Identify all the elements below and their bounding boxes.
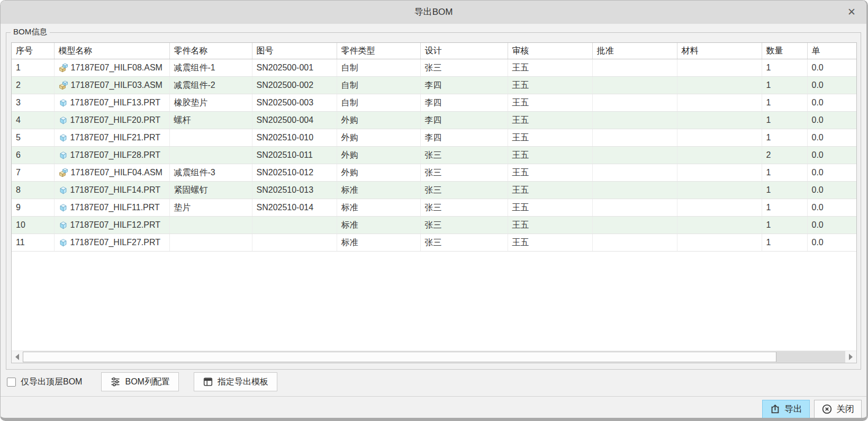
- part-icon: [59, 186, 68, 195]
- export-button[interactable]: 导出: [762, 400, 810, 418]
- dialog-title: 导出BOM: [1, 1, 866, 24]
- specify-template-button[interactable]: 指定导出模板: [194, 372, 277, 391]
- footer-divider: [1, 396, 866, 397]
- table-row[interactable]: 11: [12, 234, 857, 252]
- bom-table-container: 序号模型名称零件名称图号零件类型设计审核批准材料数量单 1: [11, 42, 857, 363]
- column-header-0: 序号: [12, 43, 54, 59]
- titlebar-close-button[interactable]: ✕: [845, 1, 858, 24]
- table-header-row: 序号模型名称零件名称图号零件类型设计审核批准材料数量单: [12, 43, 857, 59]
- part-icon: [59, 151, 68, 160]
- scrollbar-track[interactable]: [776, 351, 845, 363]
- groupbox-legend: BOM信息: [11, 27, 50, 37]
- table-row[interactable]: 6: [12, 147, 857, 164]
- close-circle-icon: [821, 404, 833, 415]
- assembly-icon: [59, 63, 68, 73]
- part-icon: [59, 98, 68, 108]
- scrollbar-thumb[interactable]: [23, 352, 776, 362]
- assembly-icon: [59, 168, 68, 177]
- column-header-6: 审核: [508, 43, 592, 59]
- only-top-bom-checkbox[interactable]: [7, 378, 16, 387]
- table-body: 1: [12, 59, 857, 252]
- model-name: 17187E07_HILF13.PRT: [70, 98, 160, 108]
- table-row[interactable]: 1: [12, 59, 857, 77]
- close-button[interactable]: 关闭: [814, 400, 862, 418]
- model-name: 17187E07_HILF21.PRT: [70, 133, 160, 142]
- scroll-left-button[interactable]: [12, 351, 23, 363]
- assembly-icon: [59, 80, 68, 90]
- model-name: 17187E07_HILF20.PRT: [70, 115, 160, 125]
- bom-column-config-label: BOM列配置: [125, 377, 169, 388]
- model-name: 17187E07_HILF12.PRT: [70, 220, 160, 230]
- column-header-2: 零件名称: [169, 43, 252, 59]
- model-name: 17187E07_HILF14.PRT: [70, 185, 160, 195]
- titlebar: 导出BOM ✕: [1, 1, 866, 24]
- bom-column-config-button[interactable]: BOM列配置: [101, 372, 178, 391]
- sliders-icon: [110, 377, 121, 387]
- model-name: 17187E07_HILF27.PRT: [70, 238, 160, 247]
- table-row[interactable]: 5: [12, 129, 857, 147]
- scroll-right-button[interactable]: [845, 351, 856, 363]
- part-icon: [59, 116, 68, 125]
- model-name: 17187E07_HILF03.ASM: [71, 80, 162, 90]
- part-icon: [59, 238, 68, 247]
- column-header-1: 模型名称: [54, 43, 169, 59]
- column-header-5: 设计: [420, 43, 508, 59]
- column-header-10: 单: [807, 43, 857, 59]
- part-icon: [59, 203, 68, 212]
- part-icon: [59, 133, 68, 142]
- model-name: 17187E07_HILF28.PRT: [70, 150, 160, 160]
- template-icon: [203, 377, 213, 387]
- close-label: 关闭: [836, 403, 854, 415]
- model-name: 17187E07_HILF08.ASM: [71, 63, 162, 73]
- export-icon: [770, 404, 781, 415]
- column-header-4: 零件类型: [337, 43, 420, 59]
- table-row[interactable]: 8: [12, 182, 857, 199]
- model-name: 17187E07_HILF11.PRT: [70, 203, 160, 212]
- table-row[interactable]: 9: [12, 199, 857, 217]
- table-row[interactable]: 10: [12, 217, 857, 234]
- bom-info-groupbox: BOM信息 序号模型名称零件名称图号零件类型设计审核批准材料数量单 1: [6, 32, 861, 370]
- column-header-8: 材料: [677, 43, 762, 59]
- scroll-left-arrow-icon: [15, 354, 19, 360]
- bottom-controls: 仅导出顶层BOM BOM列配置 指定导出模板: [7, 372, 277, 391]
- table-row[interactable]: 3: [12, 94, 857, 112]
- column-header-3: 图号: [252, 43, 337, 59]
- horizontal-scrollbar[interactable]: [12, 351, 856, 363]
- column-header-7: 批准: [592, 43, 677, 59]
- table-row[interactable]: 7: [12, 164, 857, 182]
- specify-template-label: 指定导出模板: [218, 377, 268, 388]
- scroll-right-arrow-icon: [849, 354, 853, 360]
- bom-table: 序号模型名称零件名称图号零件类型设计审核批准材料数量单 1: [12, 43, 857, 252]
- table-row[interactable]: 4: [12, 112, 857, 129]
- footer-actions: 导出 关闭: [762, 400, 862, 418]
- table-row[interactable]: 2: [12, 77, 857, 94]
- export-bom-dialog: 导出BOM ✕ BOM信息 序号模型名称零件名称图号零件类型设计审核批准材料数量…: [0, 0, 868, 421]
- part-icon: [59, 221, 68, 230]
- column-header-9: 数量: [762, 43, 807, 59]
- model-name: 17187E07_HILF04.ASM: [71, 168, 162, 177]
- only-top-bom-label: 仅导出顶层BOM: [21, 377, 82, 388]
- export-label: 导出: [784, 403, 802, 415]
